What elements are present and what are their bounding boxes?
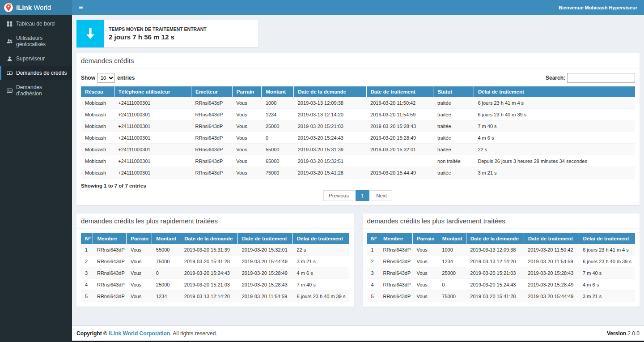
table-cell: 2 [367,256,379,267]
table-cell: 55000 [152,244,180,256]
column-header[interactable]: Montant [152,233,180,244]
sidebar-item-tableau-de-bord[interactable]: Tableau de bord [0,17,72,31]
table-cell: 1000 [438,244,466,256]
user-welcome[interactable]: Bienvenue Mobicash Hyperviseur [559,5,637,10]
table-cell: 6 jours 23 h 41 m 4 s [579,244,635,256]
column-header[interactable]: Date de la demande [466,233,524,244]
credits-table: RéseauTéléphone utilisateurEmetteurParra… [81,86,635,179]
table-cell: RRnsi643dP [93,256,127,267]
table-row: 3RRnsi643dPVous250002019-03-20 15:21:032… [367,267,636,279]
column-header[interactable]: Membre [379,233,412,244]
entries-select[interactable]: 10 [97,73,115,83]
table-row: 2RRnsi643dPVous12342019-03-13 12:14:2020… [367,256,636,267]
column-header[interactable]: Réseau [81,86,114,97]
table-cell: 2019-03-20 11:54:59 [238,291,293,302]
table-row: Mobicash+24111000301RRnsi643dPVous550002… [81,144,635,155]
column-header[interactable]: Date de traitement [366,86,433,97]
column-header[interactable]: N° [81,233,93,244]
brand-light: World [34,4,51,11]
sidebar-item-utilisateurs-geolocalises[interactable]: Utilisateurs géolocalisés [0,31,72,51]
table-cell: Vous [232,167,262,179]
table-cell: Vous [127,279,152,291]
search-input[interactable] [567,73,635,83]
table-row: 1RRnsi643dPVous550002019-03-20 15:31:392… [81,244,349,256]
sidebar-item-demandes-adhesion[interactable]: Demandes d'adhésion [0,80,72,101]
table-cell: traitée [433,97,474,109]
table-cell: traitée [433,132,474,144]
table-cell: Vous [232,109,262,120]
column-header[interactable]: N° [367,233,379,244]
fastest-credits-table: N°MembreParrainMontantDate de la demande… [81,233,349,302]
down-arrow-icon [76,20,104,47]
company-link[interactable]: iLink World Corporation [109,330,170,337]
app-logo-icon [4,3,13,13]
table-cell: 2019-03-20 15:44:49 [238,256,293,267]
column-header[interactable]: Membre [93,233,127,244]
stat-value: 2 jours 7 h 56 m 12 s [109,33,207,41]
footer-copyright: Copyright © iLink World Corporation. All… [76,330,217,337]
column-header[interactable]: Parrain [232,86,262,97]
table-cell: 7 m 40 s [579,267,635,279]
table-cell: Vous [412,267,438,279]
table-row: Mobicash+24111000301RRnsi643dPVous650002… [81,155,635,167]
table-cell: 1 [367,244,379,256]
hamburger-menu-icon[interactable]: ≡ [79,4,83,11]
table-cell: 2019-03-13 12:09:38 [466,244,524,256]
table-cell: 2019-03-20 15:41:28 [294,167,366,179]
table-cell: +24111000301 [114,167,191,179]
column-header[interactable]: Parrain [412,233,438,244]
column-header[interactable]: Parrain [127,233,152,244]
version-value: 2.0.0 [627,330,640,337]
pagination-page-1-button[interactable]: 1 [356,190,369,201]
table-cell: Vous [127,291,152,302]
table-cell: 3 m 21 s [474,167,635,179]
content-area: TEMPS MOYEN DE TRAITEMENT ENTRANT 2 jour… [72,15,644,325]
table-cell: 4 m 6 s [579,279,635,291]
table-cell: 2019-03-20 15:21:03 [180,279,238,291]
column-header[interactable]: Téléphone utilisateur [114,86,191,97]
panel-body: N°MembreParrainMontantDate de la demande… [76,229,354,307]
table-cell: 22 s [293,244,349,256]
table-cell: +24111000301 [114,120,191,132]
column-header[interactable]: Délai de traitement [293,233,349,244]
panel-title: demandes crédits les plus tardivement tr… [363,214,640,229]
column-header[interactable]: Statut [433,86,474,97]
sidebar-item-label: Utilisateurs géolocalisés [16,35,68,47]
sidebar-item-superviseur[interactable]: Superviseur [0,51,72,66]
column-header[interactable]: Date de la demande [294,86,366,97]
pagination-next-button[interactable]: Next [371,190,392,201]
table-cell: RRnsi643dP [93,279,127,291]
column-header[interactable]: Date de traitement [238,233,293,244]
sidebar-item-label: Tableau de bord [16,21,55,27]
table-cell: 25000 [262,120,294,132]
column-header[interactable]: Montant [262,86,294,97]
pagination-previous-button[interactable]: Previous [323,190,354,201]
table-cell: 4 m 6 s [293,267,349,279]
column-header[interactable]: Emetteur [191,86,233,97]
table-cell: 1 [81,244,93,256]
show-label: Show [81,75,95,81]
table-header-row: RéseauTéléphone utilisateurEmetteurParra… [81,86,635,97]
table-row: 3RRnsi643dPVous02019-03-20 15:24:432019-… [81,267,349,279]
brand[interactable]: iLink World [0,0,72,15]
column-header[interactable]: Date de la demande [180,233,238,244]
column-header[interactable]: Montant [438,233,466,244]
search-control: Search: [546,73,635,83]
column-header[interactable]: Date de traitement [524,233,579,244]
table-cell: 2019-03-20 15:28:43 [238,279,293,291]
table-cell: RRnsi643dP [191,109,233,120]
table-cell: RRnsi643dP [379,267,412,279]
table-cell: RRnsi643dP [379,291,412,302]
column-header[interactable]: Délai de traitement [579,233,635,244]
column-header[interactable]: Délai de traitement [474,86,635,97]
table-cell: Vous [127,256,152,267]
table-cell: Vous [127,267,152,279]
sidebar-item-demandes-de-credits[interactable]: Demandes de crédits [0,66,72,80]
table-cell: 7 m 40 s [474,120,635,132]
table-row: 2RRnsi643dPVous750002019-03-20 15:41:282… [81,256,349,267]
table-cell: 6 jours 23 h 40 m 39 s [579,256,635,267]
table-cell: 2019-03-13 12:14:20 [466,256,524,267]
brand-bold: iLink [16,4,32,11]
table-cell: 1000 [262,97,294,109]
table-cell: traitée [433,167,474,179]
